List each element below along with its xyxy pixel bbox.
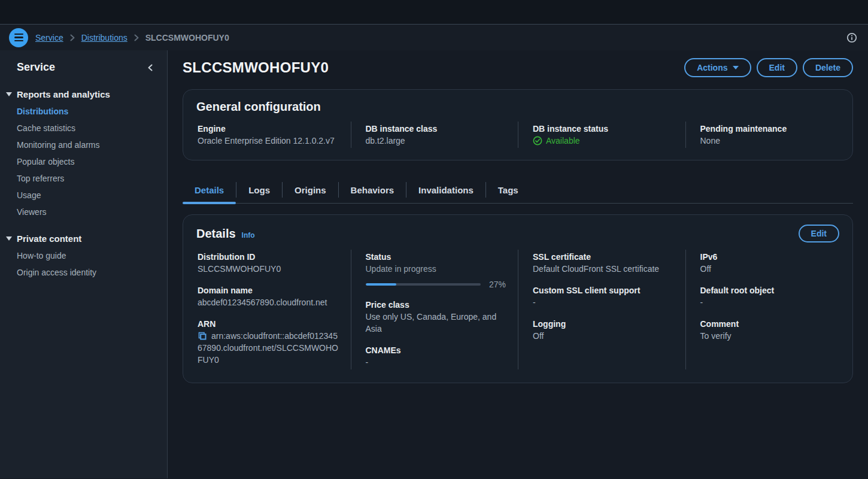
sidebar-section-label: Reports and analytics <box>17 89 110 99</box>
sidebar-section: Reports and analyticsDistributionsCache … <box>0 89 167 220</box>
general-column: Pending maintenanceNone <box>685 122 853 148</box>
field-value: - <box>700 296 841 308</box>
sidebar-item-list: DistributionsCache statisticsMonitoring … <box>0 103 167 220</box>
page-title: SLCCSMWOHOFUY0 <box>183 59 329 76</box>
details-column: IPv6OffDefault root object-CommentTo ver… <box>685 250 853 369</box>
tab-invalidations[interactable]: Invalidations <box>406 177 485 203</box>
field-label: DB instance class <box>366 123 506 135</box>
tab-details[interactable]: Details <box>183 177 236 203</box>
info-link[interactable]: Info <box>242 231 255 240</box>
field-value: Oracle Enterprise Edition 12.1.0.2.v7 <box>198 135 339 147</box>
field-pending-maintenance: Pending maintenanceNone <box>700 123 841 147</box>
sidebar-item-distributions[interactable]: Distributions <box>0 103 167 120</box>
sidebar-section: Private contentHow-to guideOrigin access… <box>0 234 167 281</box>
field-value: Default CloudFront SSL certificate <box>533 263 673 275</box>
field-label: Logging <box>533 318 673 330</box>
sidebar-item-popular-objects[interactable]: Popular objects <box>0 153 167 170</box>
sidebar-item-list: How-to guideOrigin access identity <box>0 247 167 281</box>
field-value: Update in progress <box>366 263 506 275</box>
sidebar-section-header[interactable]: Private content <box>0 234 167 244</box>
progress-row: 27% <box>366 280 506 289</box>
field-label: Custom SSL client support <box>533 284 673 296</box>
actions-button-label: Actions <box>697 63 727 72</box>
field-value: abcdef01234567890.cloudfront.net <box>198 296 339 308</box>
edit-button[interactable]: Edit <box>757 58 797 77</box>
tab-behaviors[interactable]: Behaviors <box>339 177 406 203</box>
details-column: StatusUpdate in progress27%Price classUs… <box>351 250 518 369</box>
field-label: Domain name <box>198 284 339 296</box>
sidebar-item-top-referrers[interactable]: Top referrers <box>0 170 167 187</box>
field-db-instance-status: DB instance statusAvailable <box>533 123 673 147</box>
field-label: Default root object <box>700 284 841 296</box>
breadcrumb-link[interactable]: Distributions <box>81 33 128 43</box>
triangle-down-icon <box>6 237 12 241</box>
field-label: Status <box>366 251 506 263</box>
field-engine: EngineOracle Enterprise Edition 12.1.0.2… <box>198 123 339 147</box>
field-value: - <box>366 356 506 368</box>
field-value: Off <box>533 330 673 342</box>
tab-tags[interactable]: Tags <box>486 177 530 203</box>
sidebar-collapse-icon[interactable] <box>147 63 154 72</box>
field-value: Off <box>700 263 841 275</box>
breadcrumb: ServiceDistributionsSLCCSMWOHOFUY0 <box>35 33 229 43</box>
sidebar-section-label: Private content <box>17 234 81 244</box>
main-content: SLCCSMWOHOFUY0 Actions Edit Delete Gener… <box>168 50 868 478</box>
tab-logs[interactable]: Logs <box>236 177 282 203</box>
breadcrumb-link[interactable]: Service <box>35 33 63 43</box>
field-label: Price class <box>366 299 506 311</box>
delete-button[interactable]: Delete <box>803 58 853 77</box>
field-value: To verify <box>700 330 841 342</box>
field-value: Use only US, Canada, Europe, and Asia <box>366 311 506 335</box>
sidebar-item-cache-statistics[interactable]: Cache statistics <box>0 120 167 137</box>
check-circle-icon <box>533 136 542 145</box>
breadcrumb-current: SLCCSMWOHOFUY0 <box>145 33 229 43</box>
field-status: StatusUpdate in progress27% <box>366 251 506 289</box>
sidebar-item-viewers[interactable]: Viewers <box>0 204 167 220</box>
field-custom-ssl-client-support: Custom SSL client support- <box>533 284 673 308</box>
progress-bar <box>366 283 481 286</box>
status-badge: Available <box>533 135 673 147</box>
field-value: - <box>533 296 673 308</box>
field-label: Pending maintenance <box>700 123 841 135</box>
general-configuration-title: General configuration <box>183 100 852 122</box>
field-logging: LoggingOff <box>533 318 673 342</box>
general-column: DB instance classdb.t2.large <box>351 122 518 148</box>
field-distribution-id: Distribution IDSLCCSMWOHOFUY0 <box>198 251 339 275</box>
sidebar-title: Service <box>17 61 55 74</box>
field-label: DB instance status <box>533 123 673 135</box>
tab-bar: DetailsLogsOriginsBehaviorsInvalidations… <box>183 177 853 204</box>
field-ipv6: IPv6Off <box>700 251 841 275</box>
details-column: SSL certificateDefault CloudFront SSL ce… <box>518 250 685 369</box>
chevron-down-icon <box>733 66 739 69</box>
sidebar-item-usage[interactable]: Usage <box>0 187 167 204</box>
field-arn: ARNarn:aws:cloudfront::abcdef01234567890… <box>198 318 339 366</box>
sidebar-section-header[interactable]: Reports and analytics <box>0 89 167 99</box>
general-column: EngineOracle Enterprise Edition 12.1.0.2… <box>183 122 351 148</box>
sidebar-item-origin-access-identity[interactable]: Origin access identity <box>0 264 167 281</box>
field-label: SSL certificate <box>533 251 673 263</box>
field-label: Engine <box>198 123 339 135</box>
field-cnames: CNAMEs- <box>366 344 506 368</box>
field-comment: CommentTo verify <box>700 318 841 342</box>
field-value: SLCCSMWOHOFUY0 <box>198 263 339 275</box>
field-value: db.t2.large <box>366 135 506 147</box>
details-edit-button[interactable]: Edit <box>799 225 839 242</box>
details-title: Details <box>196 227 236 241</box>
field-domain-name: Domain nameabcdef01234567890.cloudfront.… <box>198 284 339 308</box>
copy-icon[interactable] <box>198 331 207 341</box>
details-column: Distribution IDSLCCSMWOHOFUY0Domain name… <box>183 250 351 369</box>
actions-button[interactable]: Actions <box>684 58 751 77</box>
field-label: ARN <box>198 318 339 330</box>
general-column: DB instance statusAvailable <box>518 122 685 148</box>
info-icon[interactable] <box>846 32 857 43</box>
field-price-class: Price classUse only US, Canada, Europe, … <box>366 299 506 335</box>
triangle-down-icon <box>6 92 12 96</box>
sidebar-item-monitoring-and-alarms[interactable]: Monitoring and alarms <box>0 137 167 153</box>
hamburger-menu-icon[interactable] <box>9 28 28 47</box>
sidebar-item-how-to-guide[interactable]: How-to guide <box>0 247 167 264</box>
breadcrumb-bar: ServiceDistributionsSLCCSMWOHOFUY0 <box>0 24 868 50</box>
field-label: Comment <box>700 318 841 330</box>
status-text: Available <box>546 135 580 147</box>
chevron-right-icon <box>69 34 76 42</box>
tab-origins[interactable]: Origins <box>283 177 338 203</box>
